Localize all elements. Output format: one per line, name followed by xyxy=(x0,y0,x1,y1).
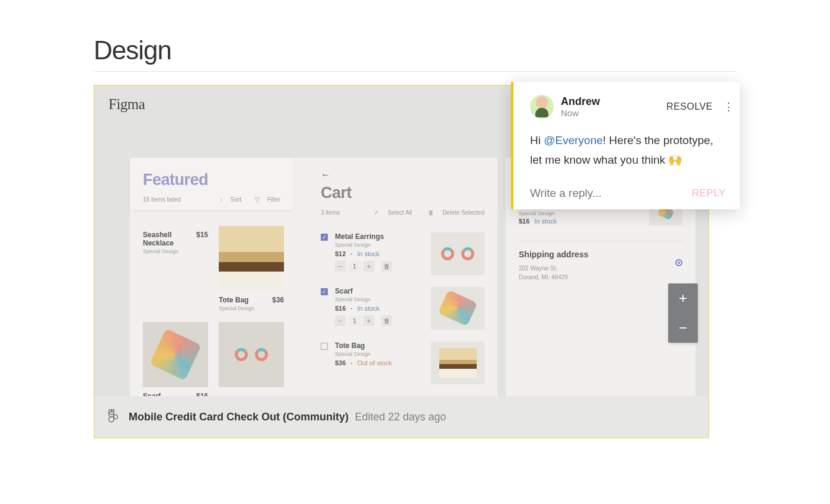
item-thumbnail xyxy=(431,232,484,275)
more-menu-icon[interactable]: ⋮ xyxy=(723,106,726,108)
qty-minus-button[interactable]: − xyxy=(335,315,346,326)
comment-author: Andrew xyxy=(561,95,600,108)
qty-minus-button[interactable]: − xyxy=(335,261,346,272)
featured-actions: ↕ Sort ▽ Filter xyxy=(208,196,280,203)
embed-edited-label: Edited 22 days ago xyxy=(355,411,446,423)
featured-count: 18 items listed xyxy=(143,196,181,203)
zoom-controls: + − xyxy=(668,283,698,343)
item-thumbnail xyxy=(431,287,484,330)
cart-count: 3 items xyxy=(321,209,340,216)
reply-button[interactable]: REPLY xyxy=(692,187,726,199)
avatar xyxy=(530,95,554,119)
comment-body: Hi @Everyone! Here's the prototype, let … xyxy=(530,130,726,170)
filter-icon: ▽ xyxy=(255,196,261,203)
sort-button[interactable]: ↕ Sort xyxy=(214,196,241,203)
product-sub: Special Design xyxy=(219,305,284,311)
item-stock: Out of stock xyxy=(357,359,392,366)
qty-value: 1 xyxy=(348,315,361,326)
product-card[interactable]: Tote Bag$36 Special Design xyxy=(219,226,284,311)
item-thumbnail xyxy=(431,342,484,384)
item-checkbox[interactable]: ✓ xyxy=(321,234,328,241)
item-price: $12 xyxy=(335,250,346,257)
product-grid: Seashell Necklace$15 Special Design Tote… xyxy=(143,226,317,396)
item-name: Metal Earrings xyxy=(335,232,424,241)
item-stock: In stock xyxy=(357,305,379,312)
qty-plus-button[interactable]: + xyxy=(363,261,374,272)
item-delete-button[interactable]: 🗑 xyxy=(381,261,392,272)
product-name: Tote Bag xyxy=(219,296,248,304)
item-checkbox[interactable] xyxy=(321,343,328,350)
item-name: Scarf xyxy=(335,287,424,295)
frame-featured: Featured 18 items listed ↕ Sort ▽ Filter… xyxy=(130,158,317,396)
back-arrow-icon[interactable]: ← xyxy=(321,170,484,180)
product-price: $16 xyxy=(196,392,208,396)
item-delete-button[interactable]: 🗑 xyxy=(381,315,392,326)
item-sub: Special Design xyxy=(335,351,424,357)
divider xyxy=(519,241,682,241)
sort-icon: ↕ xyxy=(220,196,225,203)
item-sub: Special Design xyxy=(335,242,424,248)
page-title: Design xyxy=(94,36,736,65)
zoom-in-button[interactable]: + xyxy=(668,283,698,313)
qty-value: 1 xyxy=(348,261,361,272)
zoom-out-button[interactable]: − xyxy=(668,313,698,343)
item-sub: Special Design xyxy=(335,296,424,302)
select-all-button[interactable]: ✓ Select All xyxy=(367,209,412,216)
cart-item: ✓ Metal Earrings Special Design $12·In s… xyxy=(321,227,484,281)
mention[interactable]: @Everyone xyxy=(544,134,603,146)
qty-plus-button[interactable]: + xyxy=(363,315,374,326)
comment-time: Now xyxy=(561,108,600,118)
item-stock: In stock xyxy=(534,218,557,225)
frame-cart: ← Cart 3 items ✓ Select All 🗑 Delete Sel… xyxy=(308,158,497,396)
filter-button[interactable]: ▽ Filter xyxy=(249,196,280,203)
cart-items: ✓ Metal Earrings Special Design $12·In s… xyxy=(308,221,497,396)
trash-icon: 🗑 xyxy=(384,317,390,324)
item-price: $16 xyxy=(519,218,529,225)
embed-file-title[interactable]: Mobile Credit Card Check Out (Community)… xyxy=(129,411,446,423)
comment-popover: Andrew Now RESOLVE ⋮ Hi @Everyone! Here'… xyxy=(511,82,740,209)
item-checkbox[interactable]: ✓ xyxy=(321,288,328,295)
item-price: $36 xyxy=(335,359,346,366)
product-image xyxy=(219,322,284,387)
item-name: Tote Bag xyxy=(335,342,424,350)
qty-stepper[interactable]: −1+🗑 xyxy=(335,315,424,326)
shipping-section: Shipping address 202 Wayne St, Durand, M… xyxy=(506,246,695,285)
cart-item: Tote Bag Special Design $36·Out of stock xyxy=(321,336,484,390)
trash-icon: 🗑 xyxy=(428,209,436,216)
resolve-button[interactable]: RESOLVE xyxy=(666,101,713,112)
featured-title: Featured xyxy=(143,171,280,189)
embed-footer: Mobile Credit Card Check Out (Community)… xyxy=(94,396,708,438)
shipping-title: Shipping address xyxy=(519,250,682,259)
product-card[interactable] xyxy=(219,322,284,396)
product-name: Scarf xyxy=(143,392,161,396)
product-image xyxy=(143,322,208,387)
product-image xyxy=(219,226,284,291)
product-price: $15 xyxy=(196,231,208,239)
shipping-address: 202 Wayne St, Durand, MI, 48429 xyxy=(519,264,568,282)
product-price: $36 xyxy=(272,296,284,304)
product-card[interactable]: Seashell Necklace$15 Special Design xyxy=(143,226,208,311)
delete-selected-button[interactable]: 🗑 Delete Selected xyxy=(421,209,484,216)
address-radio-selected[interactable] xyxy=(675,259,682,266)
item-stock: In stock xyxy=(357,250,379,257)
cart-item: ✓ Scarf Special Design $16·In stock −1+🗑 xyxy=(321,281,484,336)
product-name: Seashell Necklace xyxy=(143,231,196,247)
reply-input[interactable] xyxy=(530,187,667,200)
featured-header: Featured 18 items listed ↕ Sort ▽ Filter xyxy=(130,158,293,210)
trash-icon: 🗑 xyxy=(384,263,390,270)
item-sub: Special Design xyxy=(519,210,557,216)
item-price: $16 xyxy=(335,305,346,312)
divider xyxy=(94,71,736,72)
figma-logo-icon xyxy=(108,409,119,425)
check-icon: ✓ xyxy=(374,209,381,216)
qty-stepper[interactable]: −1+🗑 xyxy=(335,261,424,272)
cart-title: Cart xyxy=(321,184,484,202)
product-sub: Special Design xyxy=(143,248,208,254)
product-card[interactable]: Scarf$16 Special Design xyxy=(143,322,208,396)
